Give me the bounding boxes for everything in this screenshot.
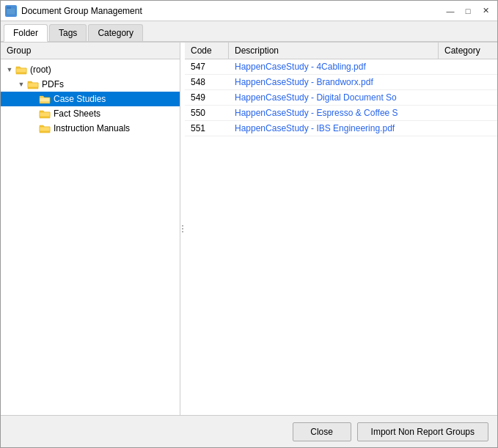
expand-icon-instruction-manuals bbox=[27, 122, 39, 134]
folder-icon-pdfs bbox=[27, 79, 39, 89]
table-body[interactable]: 547 HappenCaseStudy - 4Cabling.pdf 548 H… bbox=[185, 59, 497, 415]
folder-icon-case-studies bbox=[39, 94, 51, 104]
expand-icon-pdfs: ▼ bbox=[15, 78, 27, 90]
tree-area[interactable]: ▼ (root) ▼ PDFs bbox=[1, 59, 180, 415]
expand-icon-root: ▼ bbox=[4, 64, 15, 76]
tab-category[interactable]: Category bbox=[88, 24, 143, 41]
cell-desc-4: HappenCaseStudy - IBS Engineering.pdf bbox=[229, 121, 439, 136]
column-header-category: Category bbox=[439, 43, 497, 59]
window-controls: — □ ✕ bbox=[443, 4, 493, 18]
cell-cat-2 bbox=[439, 90, 497, 105]
close-button[interactable]: Close bbox=[293, 422, 351, 441]
left-panel: Group ▼ (root) ▼ bbox=[1, 43, 180, 415]
tree-node-case-studies[interactable]: Case Studies bbox=[1, 92, 180, 106]
table-row[interactable]: 551 HappenCaseStudy - IBS Engineering.pd… bbox=[185, 121, 497, 136]
table-row[interactable]: 547 HappenCaseStudy - 4Cabling.pdf bbox=[185, 59, 497, 75]
footer: Close Import Non Report Groups bbox=[1, 415, 497, 447]
tree-node-root[interactable]: ▼ (root) bbox=[1, 62, 180, 77]
right-panel: Code Description Category 547 HappenCase… bbox=[185, 43, 497, 415]
maximize-button[interactable]: □ bbox=[461, 4, 475, 18]
window-title: Document Group Management bbox=[21, 6, 443, 16]
tree-node-fact-sheets-label: Fact Sheets bbox=[54, 109, 100, 119]
svg-rect-0 bbox=[7, 8, 15, 15]
main-window: Document Group Management — □ ✕ Folder T… bbox=[0, 0, 498, 448]
tree-node-instruction-manuals[interactable]: Instruction Manuals bbox=[1, 121, 180, 136]
tree-node-case-studies-label: Case Studies bbox=[54, 94, 106, 104]
cell-code-0: 547 bbox=[185, 59, 229, 74]
close-window-button[interactable]: ✕ bbox=[478, 4, 493, 18]
content-area: Group ▼ (root) ▼ bbox=[1, 42, 497, 415]
cell-cat-1 bbox=[439, 75, 497, 89]
tree-node-instruction-manuals-label: Instruction Manuals bbox=[54, 123, 130, 133]
expand-icon-case-studies bbox=[27, 93, 39, 105]
title-bar: Document Group Management — □ ✕ bbox=[1, 1, 497, 21]
column-header-code: Code bbox=[185, 43, 229, 59]
tree-node-fact-sheets[interactable]: Fact Sheets bbox=[1, 106, 180, 121]
tab-folder[interactable]: Folder bbox=[4, 24, 48, 42]
cell-cat-4 bbox=[439, 121, 497, 136]
column-header-description: Description bbox=[229, 43, 439, 59]
group-label: Group bbox=[1, 43, 180, 59]
cell-desc-0: HappenCaseStudy - 4Cabling.pdf bbox=[229, 59, 439, 74]
table-header: Code Description Category bbox=[185, 43, 497, 59]
tree-node-root-label: (root) bbox=[30, 65, 51, 75]
cell-code-3: 550 bbox=[185, 106, 229, 120]
cell-desc-3: HappenCaseStudy - Espresso & Coffee S bbox=[229, 106, 439, 120]
cell-cat-3 bbox=[439, 106, 497, 120]
folder-icon-fact-sheets bbox=[39, 109, 51, 119]
table-row[interactable]: 548 HappenCaseStudy - Brandworx.pdf bbox=[185, 75, 497, 90]
resize-dots bbox=[182, 225, 183, 232]
tree-node-pdfs-label: PDFs bbox=[42, 79, 64, 89]
cell-code-2: 549 bbox=[185, 90, 229, 105]
cell-desc-2: HappenCaseStudy - Digital Document So bbox=[229, 90, 439, 105]
svg-rect-1 bbox=[7, 7, 11, 9]
cell-cat-0 bbox=[439, 59, 497, 74]
tab-bar: Folder Tags Category bbox=[1, 21, 497, 42]
cell-desc-1: HappenCaseStudy - Brandworx.pdf bbox=[229, 75, 439, 89]
folder-icon-instruction-manuals bbox=[39, 123, 51, 133]
tab-tags[interactable]: Tags bbox=[49, 24, 87, 41]
expand-icon-fact-sheets bbox=[27, 108, 39, 120]
table-row[interactable]: 550 HappenCaseStudy - Espresso & Coffee … bbox=[185, 106, 497, 121]
cell-code-1: 548 bbox=[185, 75, 229, 89]
table-row[interactable]: 549 HappenCaseStudy - Digital Document S… bbox=[185, 90, 497, 106]
tree-node-pdfs[interactable]: ▼ PDFs bbox=[1, 77, 180, 92]
app-icon bbox=[5, 5, 17, 17]
folder-icon-root bbox=[15, 65, 27, 75]
import-non-report-groups-button[interactable]: Import Non Report Groups bbox=[357, 422, 488, 441]
cell-code-4: 551 bbox=[185, 121, 229, 136]
minimize-button[interactable]: — bbox=[443, 4, 458, 18]
